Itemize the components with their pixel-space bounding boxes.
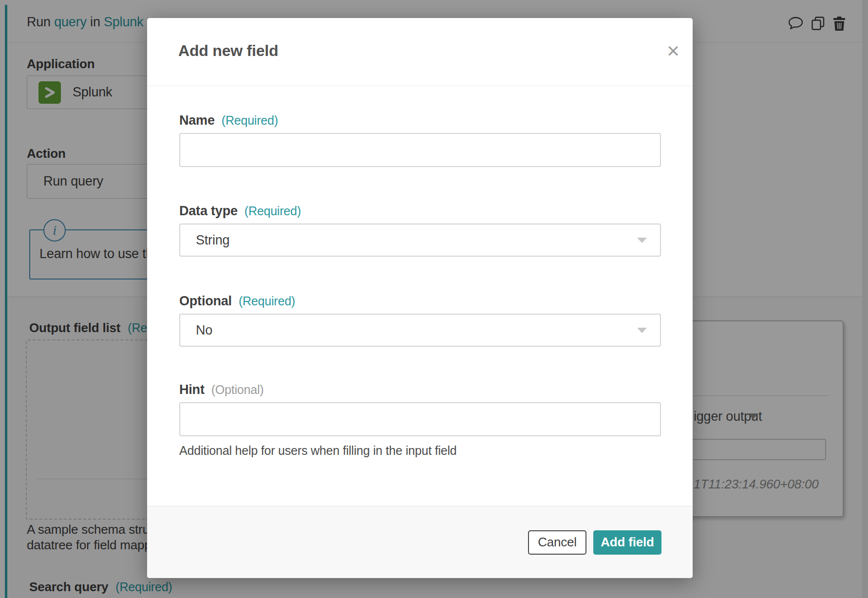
optional-value: No xyxy=(196,323,212,338)
data-type-required-tag: (Required) xyxy=(245,204,301,218)
name-required-tag: (Required) xyxy=(222,113,278,128)
optional-select[interactable]: No xyxy=(179,314,661,347)
hint-input[interactable] xyxy=(179,402,661,436)
data-type-label: Data type xyxy=(179,204,238,219)
chevron-down-icon xyxy=(637,328,647,333)
hint-label: Hint xyxy=(179,382,205,397)
optional-field-header: Optional (Required) xyxy=(179,294,295,309)
hint-helper-text: Additional help for users when filling i… xyxy=(179,444,457,458)
hint-field-header: Hint (Optional) xyxy=(179,382,264,397)
cancel-button[interactable]: Cancel xyxy=(528,530,586,555)
add-new-field-modal: Add new field ✕ Name (Required) Data typ… xyxy=(147,18,693,578)
optional-required-tag: (Required) xyxy=(239,294,295,308)
hint-optional-tag: (Optional) xyxy=(211,383,264,397)
optional-label: Optional xyxy=(179,294,232,309)
modal-title: Add new field xyxy=(178,42,278,60)
data-type-field-header: Data type (Required) xyxy=(179,204,301,219)
chevron-down-icon xyxy=(637,238,647,243)
modal-footer: Cancel Add field xyxy=(147,506,693,578)
name-label: Name xyxy=(179,113,215,128)
data-type-value: String xyxy=(196,233,229,248)
data-type-select[interactable]: String xyxy=(179,224,661,257)
add-field-button[interactable]: Add field xyxy=(593,530,661,555)
name-input[interactable] xyxy=(179,133,661,167)
close-icon[interactable]: ✕ xyxy=(662,40,684,62)
name-field-header: Name (Required) xyxy=(179,113,278,128)
modal-header-divider xyxy=(147,86,693,86)
